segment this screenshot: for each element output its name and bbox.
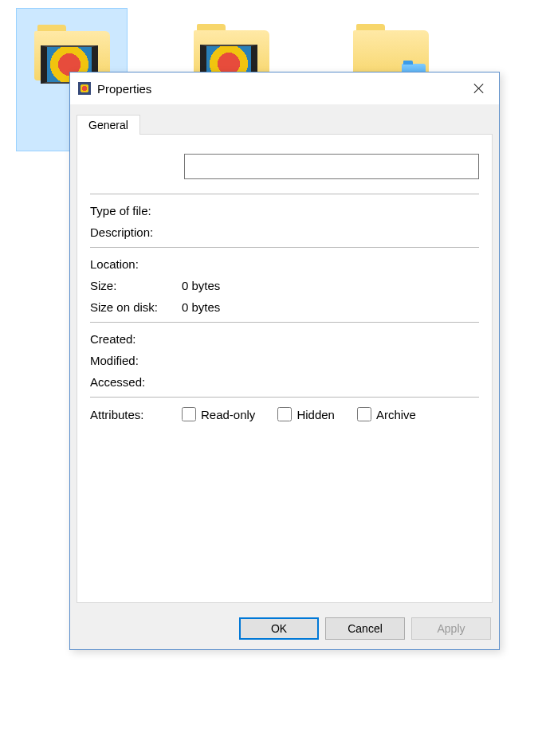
checkbox-readonly-wrap[interactable]: Read-only (182, 407, 255, 421)
divider (90, 194, 479, 194)
checkbox-readonly-label: Read-only (201, 408, 255, 421)
file-name-input[interactable] (184, 154, 479, 179)
properties-dialog: Properties General Type of file: Descrip… (69, 72, 500, 650)
label-created: Created: (90, 332, 182, 346)
label-size-on-disk: Size on disk: (90, 300, 182, 314)
divider (90, 322, 479, 323)
label-attributes: Attributes: (90, 408, 182, 421)
divider (90, 247, 479, 248)
value-description (182, 225, 479, 239)
checkbox-hidden[interactable] (277, 407, 292, 421)
checkbox-readonly[interactable] (182, 407, 196, 421)
label-modified: Modified: (90, 354, 182, 367)
value-modified (182, 354, 479, 367)
value-location (182, 257, 479, 271)
value-accessed (182, 375, 479, 389)
tab-panel-general: Type of file: Description: Location: Siz… (77, 134, 493, 603)
checkbox-hidden-wrap[interactable]: Hidden (277, 407, 335, 421)
value-size: 0 bytes (182, 279, 479, 292)
cancel-button[interactable]: Cancel (325, 617, 405, 640)
close-icon (474, 84, 484, 93)
tab-general[interactable]: General (77, 115, 140, 135)
dialog-button-row: OK Cancel Apply (70, 609, 499, 649)
close-button[interactable] (459, 72, 499, 104)
value-type-of-file (182, 204, 479, 217)
window-title: Properties (97, 82, 459, 96)
app-icon (78, 82, 91, 95)
label-description: Description: (90, 225, 182, 239)
tab-strip: General (70, 104, 499, 134)
checkbox-hidden-label: Hidden (296, 408, 335, 421)
divider (90, 397, 479, 398)
checkbox-archive[interactable] (357, 407, 371, 421)
label-type-of-file: Type of file: (90, 204, 182, 217)
titlebar[interactable]: Properties (70, 72, 499, 104)
checkbox-archive-label: Archive (376, 408, 416, 421)
apply-button[interactable]: Apply (411, 617, 491, 640)
value-created (182, 332, 479, 346)
label-size: Size: (90, 279, 182, 292)
ok-button[interactable]: OK (239, 617, 319, 640)
value-size-on-disk: 0 bytes (182, 300, 479, 314)
checkbox-archive-wrap[interactable]: Archive (357, 407, 416, 421)
label-location: Location: (90, 257, 182, 271)
label-accessed: Accessed: (90, 375, 182, 389)
